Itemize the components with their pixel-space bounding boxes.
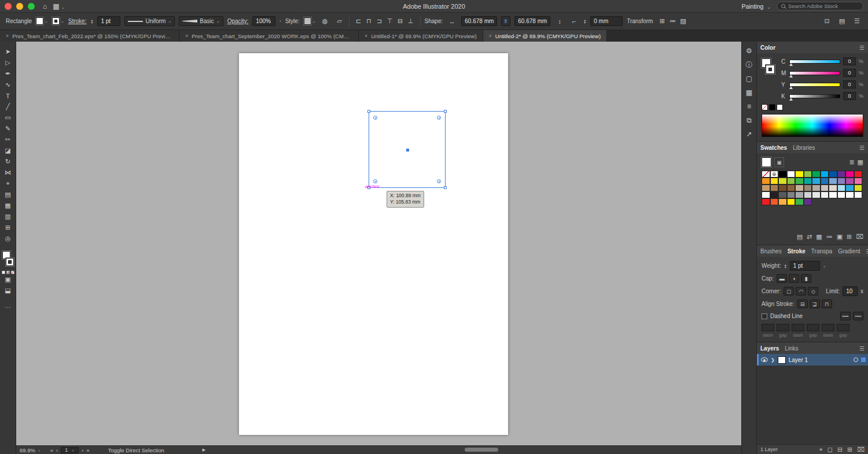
asset-export-icon[interactable]: ↗ <box>744 128 755 140</box>
shape-height-field[interactable]: 60.678 mm <box>514 16 550 26</box>
draw-mode-button[interactable]: ▣ <box>2 274 14 285</box>
swatch-aee0f4[interactable] <box>837 184 846 191</box>
panel-menu-icon[interactable]: ☰ <box>859 345 865 352</box>
swatch-662d91[interactable] <box>837 171 846 178</box>
visibility-eye-icon[interactable] <box>761 357 768 362</box>
dash-preserve-icon[interactable]: ╍╍ <box>840 312 851 320</box>
gap-field[interactable] <box>777 324 789 331</box>
none-swatch[interactable] <box>762 104 768 110</box>
pattern-options-icon[interactable]: ▦ <box>744 87 755 98</box>
paintbrush-tool[interactable]: ✎ <box>2 123 14 134</box>
swatch-d7df23[interactable] <box>778 178 787 184</box>
line-segment-tool[interactable]: ╱ <box>2 101 14 112</box>
corner-radius-field[interactable]: 0 mm <box>590 16 623 26</box>
swatch-8dc63f[interactable] <box>787 178 796 184</box>
weight-stepper[interactable]: ▲▼ <box>784 264 787 268</box>
tab-transparency[interactable]: Transpa <box>811 247 832 256</box>
swatch-000000[interactable] <box>778 171 787 178</box>
k-slider[interactable] <box>789 94 840 98</box>
swatch-options-icon[interactable]: ≔ <box>826 233 833 241</box>
selected-rectangle[interactable] <box>369 111 446 188</box>
color-group-icon[interactable]: ▣ <box>774 157 784 167</box>
cap-butt-icon[interactable]: ▬ <box>777 274 787 283</box>
artboards-panel-icon[interactable]: ⧉ <box>744 115 755 126</box>
document-setup-icon[interactable]: ▤ <box>837 16 847 27</box>
swatch-fff200[interactable] <box>795 171 804 178</box>
workspace-switcher[interactable]: Painting ⌄ <box>741 3 771 10</box>
swatch-00a651[interactable] <box>812 171 821 178</box>
artboard-number-field[interactable]: 1 ⌄ <box>61 447 79 453</box>
corner-bevel-icon[interactable]: ◇ <box>808 287 818 296</box>
align-stroke-center-icon[interactable]: ⊟ <box>797 300 808 308</box>
corner-round-icon[interactable]: ◠ <box>796 287 806 296</box>
swatch-0054a6[interactable] <box>829 171 837 178</box>
list-view-icon[interactable]: ≣ <box>849 158 854 166</box>
prev-artboard-button[interactable]: ‹ <box>56 447 58 453</box>
swatch-ffffff[interactable] <box>845 191 854 198</box>
swatch-8c6239[interactable] <box>787 184 796 191</box>
type-tool[interactable]: T <box>2 90 14 101</box>
swatch-cbc4bc[interactable] <box>821 184 829 191</box>
first-artboard-button[interactable]: « <box>50 447 53 453</box>
align-h-center-icon[interactable]: ⊓ <box>364 16 374 27</box>
swatch-f1f2f2[interactable] <box>821 191 829 198</box>
swatch-ffffff[interactable] <box>837 191 846 198</box>
opacity-field[interactable]: 100% <box>252 16 275 26</box>
m-slider[interactable] <box>789 71 840 75</box>
document-icon[interactable]: ▱ <box>334 16 345 27</box>
fill-color-picker[interactable]: ⌄ <box>36 17 48 25</box>
live-corner-widget[interactable] <box>437 116 441 120</box>
align-left-icon[interactable]: ⊏ <box>354 16 364 27</box>
align-stroke-outside-icon[interactable]: ⊓ <box>822 300 832 308</box>
panel-menu-icon[interactable]: ☰ <box>859 145 865 151</box>
chevron-down-icon[interactable]: ⌄ <box>823 264 826 268</box>
swatch-a97c50[interactable] <box>770 184 779 191</box>
swatch-c69c6d[interactable] <box>762 184 770 191</box>
swatch-e6e7e8[interactable] <box>812 191 821 198</box>
swatch-f15a29[interactable] <box>770 198 779 205</box>
horizontal-scrollbar[interactable] <box>465 448 498 452</box>
align-v-center-icon[interactable]: ⊟ <box>395 16 406 27</box>
fill-stroke-proxy[interactable] <box>2 251 14 266</box>
swatch-d9e021[interactable] <box>854 184 863 191</box>
gap-field[interactable] <box>837 324 849 331</box>
document-tab[interactable]: × Pres_Team_chart_Feb_2022.eps* @ 150% (… <box>0 30 179 42</box>
rotate-tool[interactable]: ↻ <box>2 156 14 167</box>
swatch-58595b[interactable] <box>778 191 787 198</box>
swatch-7da7d9[interactable] <box>829 178 837 184</box>
tab-color[interactable]: Color <box>760 43 775 52</box>
stroke-panel-link[interactable]: Stroke: <box>68 18 87 24</box>
search-input[interactable] <box>788 3 859 9</box>
document-tab[interactable]: × Untitled-1* @ 69.9% (CMYK/GPU Preview) <box>359 30 483 42</box>
panel-menu-icon[interactable]: ☰ <box>866 248 868 254</box>
canvas[interactable]: anchor X: 100.89 mm Y: 105.83 mm 69.9% ⌄… <box>16 42 741 454</box>
swatch-none[interactable] <box>762 171 770 178</box>
swatch-998675[interactable] <box>804 184 812 191</box>
color-spectrum[interactable] <box>762 114 863 137</box>
properties-panel-icon[interactable]: ⚙ <box>744 45 755 57</box>
selection-tool[interactable]: ➤ <box>2 46 14 57</box>
y-slider[interactable] <box>789 83 840 87</box>
align-bottom-icon[interactable]: ⊥ <box>406 16 416 27</box>
swatch-662d91[interactable] <box>804 198 812 205</box>
distribute-icon[interactable]: ≔ <box>667 16 678 27</box>
eraser-tool[interactable]: ◪ <box>2 145 14 156</box>
graphic-style-picker[interactable]: ⌄ <box>304 17 316 25</box>
swatch-ffffff[interactable] <box>854 191 863 198</box>
mesh-tool[interactable]: ▦ <box>2 200 14 211</box>
artboard[interactable] <box>239 53 508 435</box>
align-panel-icon[interactable]: ≡ <box>744 101 755 112</box>
make-mask-icon[interactable]: ◻ <box>827 446 833 453</box>
cap-projecting-icon[interactable]: ▮ <box>801 274 811 283</box>
swatch-fbb040[interactable] <box>778 198 787 205</box>
layer-target-icon[interactable] <box>854 357 858 362</box>
info-panel-icon[interactable]: ⓘ <box>744 59 755 71</box>
slider-value-field[interactable]: 0 <box>843 69 856 77</box>
grid-view-icon[interactable]: ▦ <box>858 158 863 166</box>
stroke-swatch[interactable] <box>6 258 14 266</box>
constrain-proportions-toggle[interactable]: ∞ <box>501 16 510 26</box>
swatch-1c75bc[interactable] <box>821 178 829 184</box>
stock-search[interactable] <box>777 2 863 10</box>
layer-name[interactable]: Layer 1 <box>789 357 851 363</box>
swatch-kinds-icon[interactable]: ▦ <box>816 233 822 241</box>
